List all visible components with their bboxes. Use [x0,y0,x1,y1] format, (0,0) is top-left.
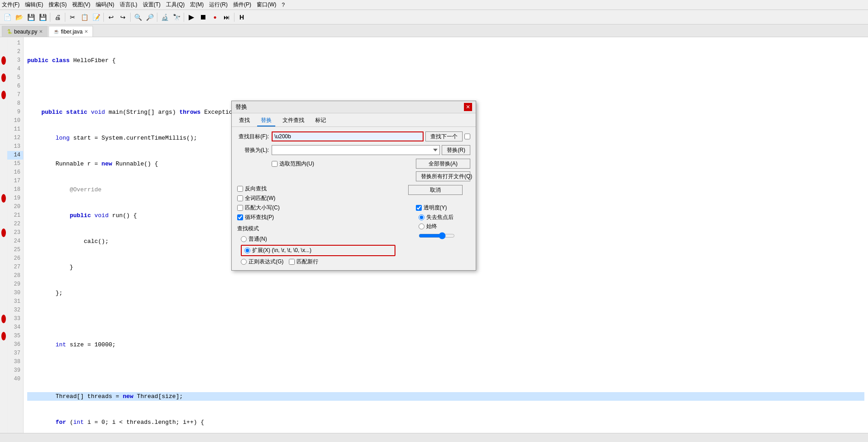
toolbar-undo[interactable]: ↩ [106,12,117,23]
bp-11 [0,125,7,134]
toolbar-run[interactable]: ▶ [186,12,197,23]
editor-area: 12345 678910 1112131415 1617181920 21222… [0,37,868,433]
mode-extended-radio[interactable] [244,248,250,253]
transparency-cb[interactable] [416,205,422,211]
toolbar-redo[interactable]: ↪ [117,12,128,23]
transparency-label-row: 透明度(Y) [416,204,455,212]
menu-plugins[interactable]: 插件(P) [233,1,251,9]
toolbar-sep-6 [184,13,184,22]
bp-20 [0,203,7,211]
whole-word-row: 全词匹配(W) [237,194,395,202]
code-line-2 [27,82,864,91]
menu-macro[interactable]: 宏(M) [190,1,204,9]
menu-run[interactable]: 运行(R) [209,1,228,9]
replace-button[interactable]: 替换(R) [442,145,470,155]
reverse-search-row: 反向查找 [237,185,395,193]
replace-dialog: 替换 ✕ 查找 替换 文件查找 标记 查找目标(F): \u200b [231,101,476,271]
menu-window[interactable]: 窗口(W) [257,1,276,9]
replace-input[interactable] [272,145,440,155]
cancel-button[interactable]: 取消 [408,185,463,195]
replace-all-button[interactable]: 全部替换(A) [416,159,470,169]
toolbar-replace[interactable]: 🔎 [144,12,155,23]
toolbar-find[interactable]: 🔍 [132,12,143,23]
menu-edit[interactable]: 编辑(E) [25,1,43,9]
toolbar-step[interactable]: ⏭ [221,12,232,23]
transparency-focus-radio[interactable] [419,214,424,220]
code-line-13 [27,366,864,375]
bp-33 [0,315,7,323]
transparency-label-text: 透明度(Y) [424,204,447,212]
menu-file[interactable]: 文件(F) [2,1,20,9]
bp-22 [0,220,7,228]
tab-beauty-py[interactable]: 🐍 beauty.py ✕ [2,26,48,37]
search-input-wrap: \u200b 查找下一个 [272,131,470,141]
bp-16 [0,168,7,177]
toolbar-print[interactable]: 🖨 [52,12,63,23]
search-target-row: 查找目标(F): \u200b 查找下一个 [237,131,470,141]
mode-extended-item: 扩展(X) (\n, \r, \t, \0, \x...) [241,245,395,256]
toolbar-open[interactable]: 📂 [14,12,24,23]
toolbar-stop[interactable]: ⏹ [198,12,209,23]
toolbar-new[interactable]: 📄 [2,12,13,23]
bp-6 [0,82,7,91]
dialog-close-button[interactable]: ✕ [464,103,472,111]
bp-24 [0,237,7,246]
toolbar-zoom-in[interactable]: 🔬 [159,12,170,23]
menu-search[interactable]: 搜索(S) [49,1,67,9]
wrap-cb[interactable] [237,214,243,220]
match-newline-cb[interactable] [289,259,295,265]
search-input[interactable]: \u200b [272,131,424,141]
mode-normal-radio[interactable] [241,236,247,242]
transparency-always-radio[interactable] [419,223,424,229]
transparency-slider[interactable] [419,232,455,239]
toolbar-paste[interactable]: 📝 [91,12,102,23]
bp-10 [0,117,7,125]
menu-lang[interactable]: 语言(L) [120,1,137,9]
bp-40 [0,375,7,384]
find-next-button[interactable]: 查找下一个 [425,131,463,141]
tab-fiber-java-close[interactable]: ✕ [84,29,88,34]
toolbar-copy[interactable]: 📋 [79,12,90,23]
tab-beauty-py-close[interactable]: ✕ [39,29,43,34]
toolbar-sep-3 [103,13,104,22]
bp-29 [0,280,7,289]
whole-word-cb[interactable] [237,195,243,201]
bp-34 [0,323,7,332]
toolbar-zoom-out[interactable]: 🔭 [171,12,182,23]
dialog-tab-find[interactable]: 查找 [235,115,254,126]
menu-encode[interactable]: 编码(N) [96,1,114,9]
bp-12 [0,134,7,142]
dialog-tab-mark[interactable]: 标记 [312,115,330,126]
bp-19 [0,194,7,203]
dialog-tab-file-find[interactable]: 文件查找 [279,115,308,126]
match-case-cb[interactable] [237,205,243,211]
bp-23 [0,228,7,237]
dialog-tab-replace[interactable]: 替换 [257,115,275,126]
menu-help[interactable]: ? [282,2,285,8]
menu-settings[interactable]: 设置(T) [143,1,161,9]
wrap-row: 循环查找(P) [237,214,395,221]
transparency-focus-label: 失去焦点后 [426,214,454,221]
toolbar-save-all[interactable]: 💾 [37,12,48,23]
reverse-search-label: 反向查找 [245,185,267,193]
editor-tabs: 🐍 beauty.py ✕ ☕ fiber.java ✕ [0,24,868,37]
replace-all-open-button[interactable]: 替换所有打开文件(Q) [416,171,470,181]
toolbar-cut[interactable]: ✂ [67,12,78,23]
reverse-search-cb[interactable] [237,186,243,192]
tab-fiber-java[interactable]: ☕ fiber.java ✕ [49,26,93,37]
mode-normal-item: 普通(N) [241,235,395,243]
mode-regex-radio[interactable] [241,259,247,265]
bp-31 [0,297,7,306]
toolbar-save[interactable]: 💾 [25,12,36,23]
menu-tools[interactable]: 工具(Q) [166,1,185,9]
search-mode-label: 查找模式 [237,225,395,233]
toolbar-settings[interactable]: H [236,12,247,23]
match-case-row: 匹配大小写(C) [237,204,395,212]
bp-21 [0,211,7,220]
scope-in-selection-cb[interactable] [272,161,278,167]
bp-39 [0,366,7,375]
menu-view[interactable]: 视图(V) [72,1,90,9]
scope-checkbox[interactable] [464,131,470,141]
toolbar-debug[interactable]: ● [210,12,220,23]
toolbar: 📄 📂 💾 💾 🖨 ✂ 📋 📝 ↩ ↪ 🔍 🔎 🔬 🔭 ▶ ⏹ ● ⏭ H [0,10,868,24]
